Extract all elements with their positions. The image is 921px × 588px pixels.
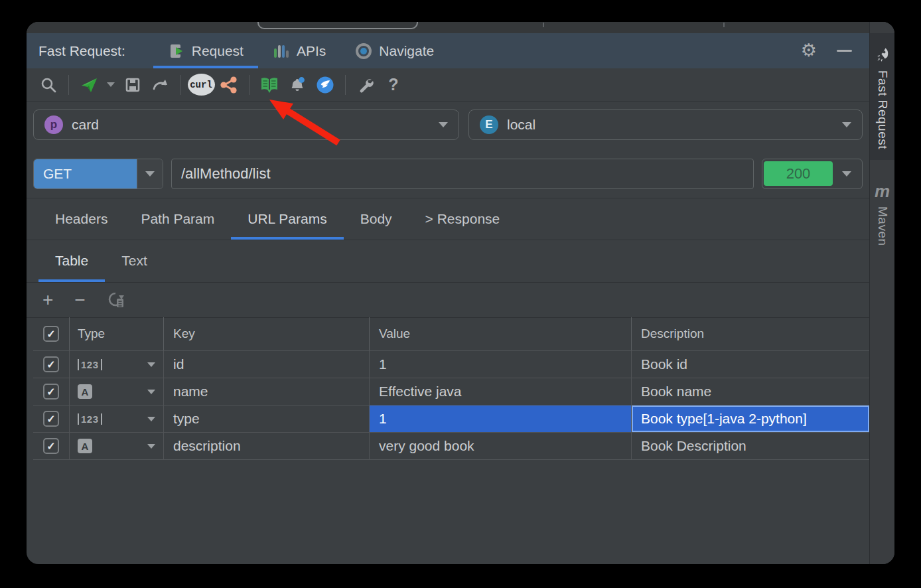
tab-headers[interactable]: Headers — [38, 198, 124, 240]
stripe-tab-fast-request[interactable]: Fast Request — [870, 33, 894, 160]
tab-path-param[interactable]: Path Param — [124, 198, 231, 240]
tab-table[interactable]: Table — [38, 240, 105, 282]
type-select[interactable]: 123 — [70, 351, 164, 378]
description-cell[interactable]: Book name — [632, 378, 869, 405]
minimize-icon[interactable] — [837, 50, 852, 52]
chevron-down-icon — [842, 122, 851, 127]
table-row: ✓ 123 id 1 Book id — [33, 351, 869, 378]
maven-icon: m — [875, 183, 890, 200]
settings-button[interactable] — [352, 72, 380, 98]
divider-tick — [543, 23, 544, 27]
environment-badge-icon: E — [480, 115, 498, 134]
tab-response[interactable]: > Response — [409, 198, 517, 240]
value-cell-selected[interactable]: 1 — [370, 405, 632, 432]
wrench-icon — [357, 76, 374, 94]
checkbox-checked-icon: ✓ — [43, 384, 59, 400]
chevron-down-icon — [842, 171, 851, 177]
description-cell[interactable]: Book Description — [632, 433, 869, 459]
chevron-down-icon — [439, 122, 448, 127]
row-checkbox[interactable]: ✓ — [33, 405, 70, 432]
fast-request-tool-window: Fast Request: Request APIs — [27, 22, 894, 564]
toolbar-separator — [180, 75, 181, 95]
key-cell[interactable]: name — [164, 378, 370, 405]
project-badge-icon: p — [44, 115, 63, 134]
chevron-down-icon — [145, 171, 155, 177]
environment-select[interactable]: E local — [468, 110, 863, 140]
project-select[interactable]: p card — [33, 110, 459, 140]
tool-window-title: Fast Request: — [38, 43, 125, 59]
checkbox-checked-icon: ✓ — [43, 411, 59, 427]
row-checkbox[interactable]: ✓ — [33, 378, 70, 405]
send-plane-icon — [80, 76, 98, 94]
search-button[interactable] — [35, 72, 62, 98]
docs-button[interactable] — [255, 72, 283, 98]
type-select[interactable]: 123 — [70, 405, 164, 432]
checkbox-checked-icon: ✓ — [43, 356, 59, 372]
key-cell[interactable]: description — [164, 433, 370, 459]
shield-play-icon — [168, 42, 185, 60]
value-cell[interactable]: Effective java — [370, 378, 632, 405]
type-select[interactable]: A — [70, 378, 164, 405]
value-cell[interactable]: 1 — [370, 351, 632, 378]
tool-window-header: Fast Request: Request APIs — [27, 33, 869, 68]
chevron-down-icon — [107, 82, 115, 87]
help-button[interactable]: ? — [380, 72, 407, 98]
send-button[interactable] — [75, 72, 103, 98]
table-header-row: ✓ Type Key Value Description — [33, 317, 869, 351]
tab-text[interactable]: Text — [105, 240, 164, 282]
gear-icon[interactable]: ⚙ — [801, 42, 817, 60]
copy-params-button[interactable] — [107, 291, 125, 309]
table-row: ✓ A description very good book Book Desc… — [33, 433, 869, 460]
redo-button[interactable] — [147, 72, 175, 98]
header-key: Key — [164, 317, 370, 350]
stripe-tab-fast-request-label: Fast Request — [875, 70, 890, 149]
key-cell[interactable]: type — [164, 405, 370, 432]
type-select[interactable]: A — [70, 433, 164, 459]
status-select[interactable]: 200 — [762, 159, 863, 189]
value-cell[interactable]: very good book — [370, 433, 632, 459]
send-options-button[interactable] — [103, 72, 119, 98]
add-row-button[interactable]: + — [42, 291, 53, 309]
tool-window-stripe: Fast Request m Maven — [869, 22, 894, 564]
remove-row-button[interactable]: − — [74, 291, 85, 309]
description-cell[interactable]: Book id — [632, 351, 869, 378]
notifications-button[interactable] — [283, 72, 311, 98]
method-select[interactable]: GET — [33, 159, 163, 189]
dingtalk-icon — [315, 75, 335, 95]
row-checkbox[interactable]: ✓ — [33, 433, 70, 459]
toolbar-separator — [345, 75, 346, 95]
tab-apis[interactable]: APIs — [258, 33, 340, 68]
string-type-icon: A — [78, 439, 92, 453]
share-button[interactable] — [215, 72, 243, 98]
header-checkbox-cell[interactable]: ✓ — [33, 317, 70, 350]
table-toolbar: + − — [27, 282, 869, 318]
key-cell[interactable]: id — [164, 351, 370, 378]
dingtalk-button[interactable] — [311, 72, 339, 98]
save-button[interactable] — [119, 72, 147, 98]
number-type-icon: 123 — [78, 413, 102, 425]
view-tab-bar: Table Text — [27, 240, 869, 283]
header-description: Description — [632, 317, 869, 350]
copy-curl-button[interactable]: curl — [187, 72, 215, 98]
tab-body[interactable]: Body — [344, 198, 409, 240]
tab-navigate[interactable]: Navigate — [340, 33, 449, 68]
ide-top-edge — [27, 22, 894, 33]
table-row-selected: ✓ 123 type 1 Book type[1-java 2-python] — [33, 405, 869, 433]
question-icon: ? — [388, 75, 398, 94]
stripe-tab-maven[interactable]: m Maven — [870, 175, 894, 257]
request-line: GET 200 — [27, 149, 869, 198]
tab-url-params[interactable]: URL Params — [231, 198, 343, 240]
background-popup-fragment — [257, 22, 418, 29]
chevron-down-icon — [147, 417, 155, 421]
string-type-icon: A — [78, 384, 92, 399]
header-value: Value — [370, 317, 632, 350]
method-value: GET — [34, 159, 137, 188]
description-cell-editing[interactable]: Book type[1-java 2-python] — [632, 405, 869, 432]
environment-row: p card E local — [27, 101, 869, 149]
url-input[interactable] — [171, 159, 754, 189]
request-toolbar: curl — [27, 68, 869, 102]
row-checkbox[interactable]: ✓ — [33, 351, 70, 378]
divider-tick — [723, 23, 725, 27]
tab-request[interactable]: Request — [153, 33, 258, 68]
book-icon — [259, 76, 279, 94]
